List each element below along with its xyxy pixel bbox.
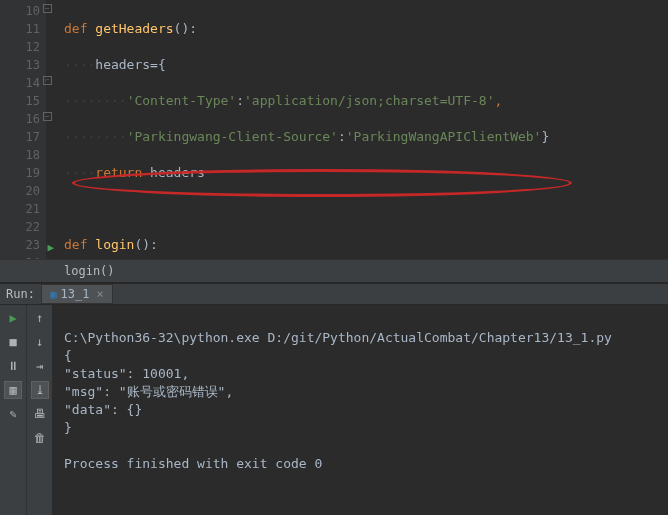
rerun-button[interactable]: ▶	[4, 309, 22, 327]
run-label: Run:	[0, 287, 41, 301]
up-button[interactable]: ↑	[31, 309, 49, 327]
wrap-button[interactable]: ⇥	[31, 357, 49, 375]
breadcrumb-bar[interactable]: login()	[0, 259, 668, 283]
print-button[interactable]: 🖶	[31, 405, 49, 423]
clear-button[interactable]: 🗑	[31, 429, 49, 447]
stop-button[interactable]: ■	[4, 333, 22, 351]
console-toolbar-left: ▶ ■ ⏸ ▦ ✎	[0, 305, 26, 515]
run-tool-header: Run: ▣ 13_1 ×	[0, 283, 668, 305]
breadcrumb-item[interactable]: login()	[64, 264, 115, 278]
code-editor[interactable]: 10− 11 12 13 14⌐ 15 16− 17 18 19 20 21 2…	[0, 0, 668, 259]
down-button[interactable]: ↓	[31, 333, 49, 351]
run-tab[interactable]: ▣ 13_1 ×	[41, 284, 113, 304]
line-number-gutter: 10− 11 12 13 14⌐ 15 16− 17 18 19 20 21 2…	[0, 0, 46, 259]
run-console: ▶ ■ ⏸ ▦ ✎ ↑ ↓ ⇥ ⤓ 🖶 🗑 C:\Python36-32\pyt…	[0, 305, 668, 515]
layout-button[interactable]: ▦	[4, 381, 22, 399]
code-content[interactable]: def getHeaders(): ····headers={ ········…	[46, 0, 668, 259]
console-output[interactable]: C:\Python36-32\python.exe D:/git/Python/…	[52, 305, 668, 515]
pin-button[interactable]: ✎	[4, 405, 22, 423]
run-tab-label: 13_1	[61, 287, 90, 301]
python-icon: ▣	[50, 288, 57, 301]
console-toolbar-secondary: ↑ ↓ ⇥ ⤓ 🖶 🗑	[26, 305, 52, 515]
pause-button[interactable]: ⏸	[4, 357, 22, 375]
close-tab-icon[interactable]: ×	[96, 287, 103, 301]
scroll-to-end-button[interactable]: ⤓	[31, 381, 49, 399]
